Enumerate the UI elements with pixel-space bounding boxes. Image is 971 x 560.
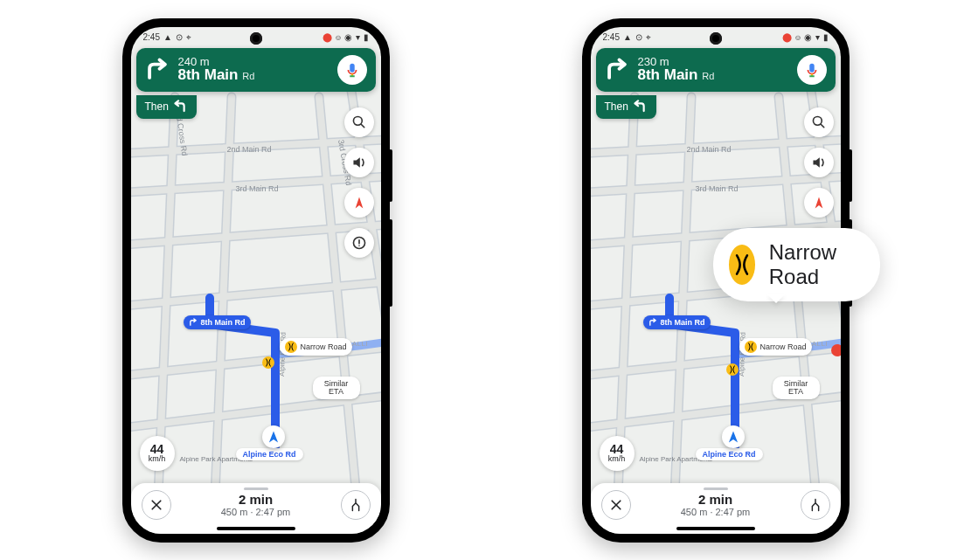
narrow-road-icon — [745, 341, 757, 353]
route-turn-pill[interactable]: 8th Main Rd — [184, 315, 251, 329]
compass-icon — [352, 196, 366, 210]
nav-direction-banner[interactable]: 240 m 8th Main Rd — [136, 48, 376, 92]
nav-direction-banner[interactable]: 230 m 8th Main Rd — [596, 48, 836, 92]
eta-time: 2 min — [640, 492, 792, 507]
dnd-icon: ⌾ — [336, 32, 341, 42]
alt-route-icon — [349, 498, 363, 512]
narrow-road-pill[interactable]: Narrow Road — [739, 338, 812, 356]
road-label: 3rd Main Rd — [696, 184, 739, 193]
voice-button[interactable] — [337, 55, 367, 85]
eta-detail: 450 m · 2:47 pm — [640, 507, 792, 517]
audio-button[interactable] — [344, 148, 374, 177]
wifi-icon: ▾ — [815, 32, 820, 42]
map-action-column — [344, 107, 374, 258]
wifi-icon: ▾ — [356, 32, 360, 42]
home-indicator[interactable] — [217, 527, 295, 530]
current-location-marker[interactable] — [722, 425, 745, 448]
narrow-road-marker[interactable] — [262, 356, 274, 369]
location-icon: ⌖ — [186, 32, 191, 43]
status-time: 2:45 — [143, 32, 160, 42]
report-button[interactable] — [344, 228, 374, 258]
rec-icon: ⬤ — [782, 32, 792, 42]
then-label: Then — [145, 100, 169, 113]
current-location-marker[interactable] — [262, 425, 285, 448]
signal-icon: ◉ — [804, 32, 812, 42]
callout-text: Narrow Road — [769, 240, 850, 289]
compass-button[interactable] — [344, 188, 374, 218]
search-icon — [811, 114, 827, 130]
battery-icon: ▮ — [823, 32, 829, 42]
volume-icon — [811, 155, 827, 170]
turn-right-icon — [189, 318, 198, 327]
nav-road: 8th Main Rd — [638, 67, 715, 83]
screenshot-pair: 2:45 ▲ ⊙ ⌖ ⬤ ⌾ ◉ ▾ ▮ 240 m 8th Main Rd — [0, 0, 971, 560]
alt-route-eta-pill[interactable]: Similar ETA — [773, 377, 820, 400]
eta-detail: 450 m · 2:47 pm — [180, 507, 332, 517]
report-icon — [351, 235, 367, 251]
volume-icon — [351, 155, 367, 170]
status-time: 2:45 — [603, 32, 620, 42]
location-icon: ⌖ — [646, 32, 651, 43]
road-label: 2nd Main Rd — [227, 145, 272, 154]
search-icon — [351, 114, 367, 130]
phone-right: 2:45 ▲ ⊙ ⌖ ⬤ ⌾ ◉ ▾ ▮ 230 m 8th Main Rd — [582, 18, 850, 543]
route-turn-pill[interactable]: 8th Main Rd — [643, 315, 711, 329]
then-label: Then — [605, 100, 628, 113]
front-camera — [250, 32, 262, 45]
road-label: 2nd Main Rd — [687, 145, 732, 154]
audio-button[interactable] — [804, 148, 834, 177]
close-icon — [609, 498, 623, 512]
alt-routes-button[interactable] — [801, 490, 830, 520]
narrow-road-callout: Narrow Road — [713, 228, 880, 301]
alt-routes-button[interactable] — [341, 490, 371, 520]
turn-left-icon — [634, 100, 648, 114]
voice-button[interactable] — [797, 55, 827, 85]
alt-route-icon — [808, 498, 822, 512]
narrow-road-marker[interactable] — [726, 363, 739, 376]
speed-unit: km/h — [149, 455, 166, 463]
compass-button[interactable] — [804, 188, 834, 218]
front-camera — [710, 32, 722, 45]
speed-unit: km/h — [608, 455, 626, 463]
gps-icon: ⊙ — [176, 32, 183, 42]
alt-route-eta-pill[interactable]: Similar ETA — [313, 377, 360, 400]
speed-value: 44 — [150, 443, 164, 455]
then-step-chip[interactable]: Then — [596, 95, 656, 119]
nav-status-icon: ▲ — [163, 32, 172, 42]
signal-icon: ◉ — [344, 32, 352, 42]
narrow-road-icon — [729, 245, 755, 285]
search-button[interactable] — [804, 107, 834, 137]
home-indicator[interactable] — [676, 527, 755, 530]
close-navigation-button[interactable] — [601, 490, 631, 520]
battery-icon: ▮ — [364, 32, 369, 42]
speed-badge[interactable]: 44 km/h — [600, 436, 635, 471]
gps-icon: ⊙ — [635, 32, 642, 42]
turn-right-icon — [605, 58, 629, 82]
turn-right-icon — [145, 58, 170, 82]
nav-status-icon: ▲ — [623, 32, 632, 42]
nav-distance: 230 m — [638, 56, 715, 68]
mic-icon — [343, 61, 361, 79]
speed-value: 44 — [610, 443, 624, 455]
close-navigation-button[interactable] — [142, 490, 171, 520]
dnd-icon: ⌾ — [795, 32, 801, 42]
sheet-grabber[interactable] — [244, 487, 268, 490]
nav-road: 8th Main Rd — [178, 67, 255, 83]
compass-icon — [812, 196, 826, 210]
nav-arrow-icon — [267, 430, 281, 444]
eta-time: 2 min — [180, 492, 332, 507]
close-icon — [149, 498, 163, 512]
narrow-road-icon — [285, 341, 297, 353]
current-road-chip[interactable]: Alpine Eco Rd — [696, 448, 763, 460]
then-step-chip[interactable]: Then — [136, 95, 197, 119]
narrow-road-pill[interactable]: Narrow Road — [280, 338, 352, 356]
search-button[interactable] — [344, 107, 374, 137]
phone-left: 2:45 ▲ ⊙ ⌖ ⬤ ⌾ ◉ ▾ ▮ 240 m 8th Main Rd — [122, 18, 390, 543]
sheet-grabber[interactable] — [704, 487, 728, 490]
mic-icon — [803, 61, 821, 79]
speed-badge[interactable]: 44 km/h — [140, 436, 175, 471]
turn-right-icon — [648, 318, 657, 327]
nav-arrow-icon — [726, 430, 740, 444]
turn-left-icon — [174, 100, 188, 114]
current-road-chip[interactable]: Alpine Eco Rd — [236, 448, 303, 460]
